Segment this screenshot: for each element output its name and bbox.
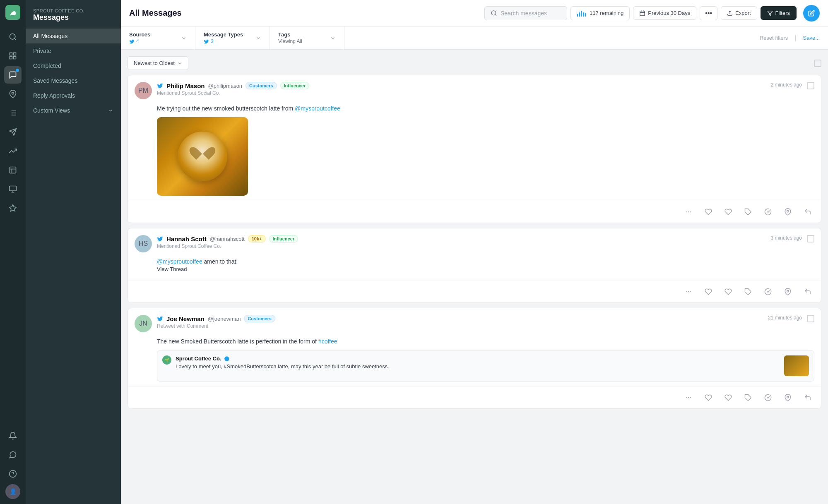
reply-button[interactable]: [801, 205, 814, 218]
like-button[interactable]: [702, 285, 715, 298]
nav-item-saved[interactable]: Saved Messages: [26, 73, 121, 88]
sidebar-icon-tasks[interactable]: [4, 104, 22, 122]
nav-label: Reply Approvals: [33, 92, 75, 99]
tag-badge-influencer[interactable]: Influencer: [280, 82, 310, 89]
pin-button[interactable]: [781, 285, 794, 298]
sidebar-icon-pin[interactable]: [4, 85, 22, 103]
heart-icon: [724, 394, 732, 401]
tag-button[interactable]: [741, 391, 755, 404]
tag-badge-customers[interactable]: Customers: [244, 315, 275, 322]
more-options-button[interactable]: •••: [700, 6, 717, 20]
date-range-label: Previous 30 Days: [648, 10, 690, 16]
svg-point-35: [686, 291, 687, 292]
message-card: JN Joe Newman @joenewman Customers Retwe…: [128, 308, 821, 409]
sidebar-icon-help[interactable]: [4, 465, 22, 482]
tag-badge-10k[interactable]: 10k+: [248, 235, 266, 242]
message-hashtag[interactable]: #coffee: [318, 338, 337, 345]
complete-button[interactable]: [761, 391, 775, 404]
message-header: JN Joe Newman @joenewman Customers Retwe…: [128, 308, 821, 337]
message-checkbox[interactable]: [807, 82, 814, 89]
sort-dropdown[interactable]: Newest to Oldest: [128, 56, 188, 70]
sidebar-icon-chat[interactable]: [4, 446, 22, 463]
verified-icon: [224, 356, 230, 362]
remaining-button[interactable]: 117 remaining: [570, 6, 630, 20]
sort-label: Newest to Oldest: [134, 60, 175, 66]
nav-item-all-messages[interactable]: All Messages: [26, 29, 121, 43]
reset-filters-link[interactable]: Reset filters: [760, 35, 788, 41]
calendar-icon: [639, 10, 645, 16]
more-icon: [685, 208, 692, 216]
complete-icon: [764, 208, 772, 216]
nav-item-custom-views[interactable]: Custom Views: [26, 103, 121, 118]
message-checkbox[interactable]: [807, 235, 814, 242]
heart-button[interactable]: [722, 285, 735, 298]
more-actions-button[interactable]: [682, 391, 695, 404]
export-label: Export: [735, 10, 751, 16]
sidebar-icon-analytics[interactable]: [4, 142, 22, 160]
sidebar-icon-reports[interactable]: [4, 161, 22, 179]
nav-sidebar: Sprout Coffee Co. Messages All Messages …: [26, 0, 121, 504]
pin-button[interactable]: [781, 205, 794, 218]
more-actions-button[interactable]: [682, 285, 695, 298]
svg-point-44: [787, 396, 789, 398]
svg-rect-24: [640, 11, 645, 16]
heart-button[interactable]: [722, 205, 735, 218]
nav-item-private[interactable]: Private: [26, 43, 121, 58]
like-icon: [705, 288, 712, 295]
message-actions: [128, 386, 821, 408]
sources-filter[interactable]: Sources 4: [121, 26, 195, 49]
export-button[interactable]: Export: [721, 6, 757, 20]
sidebar-icon-notifications[interactable]: [4, 427, 22, 444]
nav-item-reply-approvals[interactable]: Reply Approvals: [26, 88, 121, 103]
save-filters-link[interactable]: Save...: [803, 35, 820, 41]
twitter-platform-icon: [157, 316, 163, 322]
sidebar-icon-search[interactable]: [4, 28, 22, 46]
sidebar-icon-automation[interactable]: [4, 180, 22, 198]
message-meta: Philip Mason @philipmason Customers Infl…: [157, 82, 766, 96]
tags-viewing: Viewing All: [278, 38, 302, 44]
search-placeholder: Search messages: [501, 10, 547, 17]
message-link[interactable]: @mysproutcoffee: [295, 105, 340, 112]
filter-bar: Sources 4 Message Types 3 Tags: [121, 26, 828, 50]
compose-button[interactable]: [803, 5, 820, 22]
tag-badge-customers[interactable]: Customers: [246, 82, 277, 89]
date-range-button[interactable]: Previous 30 Days: [633, 6, 696, 20]
search-bar[interactable]: Search messages: [484, 6, 567, 20]
like-button[interactable]: [702, 391, 715, 404]
tag-button[interactable]: [741, 285, 755, 298]
tag-button[interactable]: [741, 205, 755, 218]
svg-point-30: [686, 211, 687, 212]
message-mention[interactable]: @mysproutcoffee: [157, 258, 202, 265]
message-types-filter[interactable]: Message Types 3: [195, 26, 270, 49]
filters-icon: [767, 10, 773, 16]
more-actions-button[interactable]: [682, 205, 695, 218]
svg-point-23: [491, 11, 496, 15]
heart-button[interactable]: [722, 391, 735, 404]
tags-filter[interactable]: Tags Viewing All: [270, 26, 344, 49]
sidebar-icon-feed[interactable]: [4, 47, 22, 65]
sender-handle: @joenewman: [208, 316, 241, 322]
svg-point-31: [688, 211, 689, 212]
svg-rect-17: [10, 186, 17, 191]
svg-marker-20: [10, 205, 17, 211]
sidebar-icon-messages[interactable]: [4, 66, 22, 84]
pin-button[interactable]: [781, 391, 794, 404]
reply-button[interactable]: [801, 391, 814, 404]
app-logo[interactable]: [5, 5, 20, 20]
like-button[interactable]: [702, 205, 715, 218]
sidebar-icon-star[interactable]: [4, 199, 22, 217]
user-avatar[interactable]: 👤: [5, 484, 20, 499]
message-checkbox[interactable]: [807, 315, 814, 322]
nav-item-completed[interactable]: Completed: [26, 58, 121, 73]
select-all-checkbox[interactable]: [814, 60, 821, 67]
message-header: HS Hannah Scott @hannahscott 10k+ Influe…: [128, 228, 821, 257]
complete-button[interactable]: [761, 205, 775, 218]
avatar: JN: [135, 315, 152, 332]
complete-button[interactable]: [761, 285, 775, 298]
filters-button[interactable]: Filters: [761, 6, 797, 20]
reply-button[interactable]: [801, 285, 814, 298]
tag-badge-influencer[interactable]: Influencer: [269, 235, 298, 242]
sender-handle: @hannahscott: [210, 236, 245, 242]
sidebar-icon-compose[interactable]: [4, 123, 22, 141]
view-thread-link[interactable]: View Thread: [157, 266, 814, 276]
